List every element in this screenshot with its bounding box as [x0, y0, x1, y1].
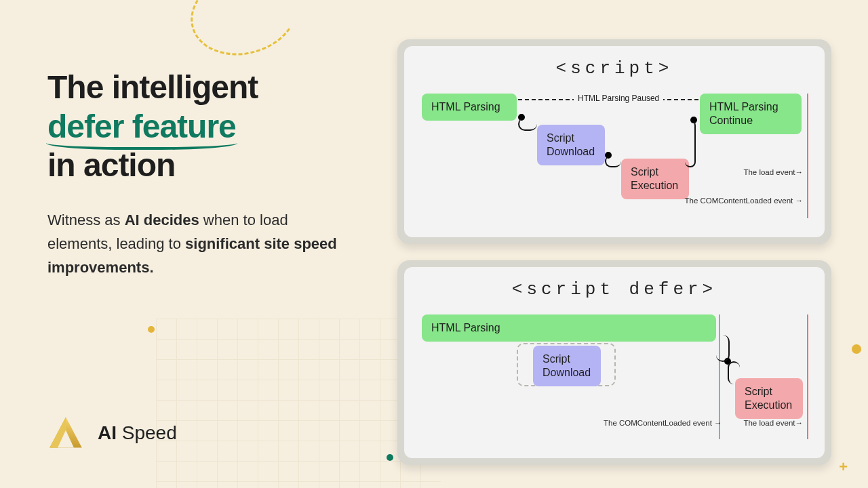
- connector-curve: [716, 335, 730, 362]
- connector-curve: [605, 155, 621, 167]
- block-script-download: Script Download: [537, 125, 605, 165]
- decor-plus-icon: +: [839, 458, 848, 476]
- subtext: Witness as AI decides when to load eleme…: [47, 208, 346, 280]
- connector-curve: [518, 117, 537, 131]
- decor-dot: [148, 326, 155, 333]
- connector-curve: [685, 120, 696, 167]
- domcontentloaded-label: The COMContentLoaded event →: [604, 419, 722, 427]
- block-html-parsing: HTML Parsing: [422, 94, 517, 121]
- block-script-download: Script Download: [533, 346, 601, 386]
- card-script-title: <script>: [416, 58, 812, 79]
- card-defer-title: <script defer>: [416, 279, 812, 300]
- card-script-outer: <script> HTML Parsing Script Download Sc…: [397, 39, 831, 244]
- headline-accent: defer feature: [47, 107, 236, 146]
- brand: AI Speed: [47, 415, 177, 451]
- card-defer-outer: <script defer> HTML Parsing Script Downl…: [397, 260, 831, 465]
- connector-curve: [728, 361, 740, 384]
- domcontentloaded-label: The COMContentLoaded event →: [684, 197, 803, 205]
- brand-logo-icon: [47, 415, 84, 451]
- card-defer-lane: HTML Parsing Script Download Script Exec…: [416, 310, 812, 446]
- card-script-lane: HTML Parsing Script Download Script Exec…: [416, 89, 812, 225]
- load-event-line: [807, 314, 808, 439]
- block-html-parsing: HTML Parsing: [422, 314, 716, 342]
- load-event-label: The load event→: [743, 419, 803, 427]
- card-defer: <script defer> HTML Parsing Script Downl…: [404, 267, 825, 458]
- headline-line3: in action: [47, 147, 175, 183]
- block-script-execution: Script Execution: [621, 159, 689, 199]
- block-script-execution: Script Execution: [735, 378, 803, 419]
- block-html-continue: HTML Parsing Continue: [700, 94, 802, 134]
- hero-copy: The intelligent defer feature in action …: [47, 68, 373, 279]
- load-event-line: [807, 94, 808, 218]
- paused-label: HTML Parsing Paused: [574, 94, 663, 103]
- brand-name: AI Speed: [98, 422, 177, 444]
- headline: The intelligent defer feature in action: [47, 68, 373, 185]
- card-script: <script> HTML Parsing Script Download Sc…: [404, 46, 825, 237]
- load-event-label: The load event→: [743, 168, 803, 176]
- decor-dot: [852, 344, 861, 354]
- headline-line1: The intelligent: [47, 69, 258, 105]
- decor-dashed-arc: [181, 0, 307, 67]
- decor-dot: [387, 454, 393, 461]
- diagram-cards: <script> HTML Parsing Script Download Sc…: [397, 39, 831, 465]
